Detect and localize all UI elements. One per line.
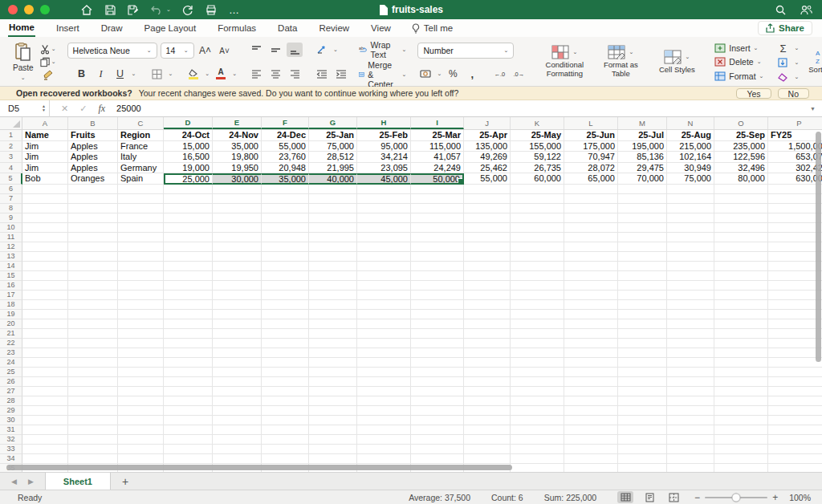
cell-P15[interactable]: [768, 271, 822, 281]
cell-N20[interactable]: [667, 319, 714, 329]
cell-G23[interactable]: [309, 348, 357, 358]
add-sheet-button[interactable]: +: [111, 473, 140, 490]
cell-C30[interactable]: [118, 416, 164, 425]
tab-review[interactable]: Review: [318, 21, 350, 36]
cell-M2[interactable]: 195,000: [618, 141, 667, 152]
row-header-20[interactable]: 20: [0, 319, 22, 329]
cell-H6[interactable]: [357, 185, 411, 194]
cell-O3[interactable]: 122,596: [714, 152, 768, 163]
cell-H8[interactable]: [357, 204, 411, 213]
wrap-text-button[interactable]: ab Wrap Text⌄: [359, 43, 406, 56]
cell-O4[interactable]: 32,496: [714, 163, 768, 174]
cell-M10[interactable]: [618, 223, 667, 233]
cell-K27[interactable]: [511, 387, 564, 396]
cell-F25[interactable]: [262, 368, 309, 377]
cell-J24[interactable]: [464, 358, 511, 368]
column-header-O[interactable]: O: [714, 117, 768, 129]
insert-function-icon[interactable]: fx: [98, 103, 105, 115]
cell-L35[interactable]: [564, 464, 618, 473]
cell-F9[interactable]: [262, 213, 309, 223]
cell-L8[interactable]: [564, 204, 618, 213]
cell-G27[interactable]: [309, 387, 357, 396]
cell-A6[interactable]: [22, 185, 68, 194]
cell-L9[interactable]: [564, 213, 618, 223]
cell-D20[interactable]: [164, 319, 213, 329]
cell-C13[interactable]: [118, 252, 164, 262]
cell-H5[interactable]: 45,000: [357, 173, 411, 185]
cell-N8[interactable]: [667, 204, 714, 213]
row-header-27[interactable]: 27: [0, 387, 22, 396]
cell-I30[interactable]: [411, 416, 464, 425]
cell-J18[interactable]: [464, 300, 511, 310]
column-header-J[interactable]: J: [464, 117, 511, 129]
cell-B3[interactable]: Apples: [68, 152, 118, 163]
cell-F28[interactable]: [262, 396, 309, 406]
cell-N6[interactable]: [667, 185, 714, 194]
cell-L15[interactable]: [564, 271, 618, 281]
cell-I34[interactable]: [411, 454, 464, 464]
cell-D28[interactable]: [164, 396, 213, 406]
cell-L16[interactable]: [564, 281, 618, 291]
cell-K29[interactable]: [511, 406, 564, 416]
cell-L3[interactable]: 70,947: [564, 152, 618, 163]
cell-I20[interactable]: [411, 319, 464, 329]
cell-H30[interactable]: [357, 416, 411, 425]
row-header-31[interactable]: 31: [0, 425, 22, 435]
cell-E7[interactable]: [213, 194, 262, 204]
cell-H21[interactable]: [357, 329, 411, 339]
column-header-D[interactable]: D: [164, 117, 213, 129]
cell-I5[interactable]: 50,000: [411, 173, 464, 185]
cell-F20[interactable]: [262, 319, 309, 329]
cell-B25[interactable]: [68, 368, 118, 377]
row-header-11[interactable]: 11: [0, 233, 22, 242]
tell-me[interactable]: Tell me: [412, 23, 453, 34]
cell-I15[interactable]: [411, 271, 464, 281]
column-header-P[interactable]: P: [768, 117, 822, 129]
cell-N5[interactable]: 75,000: [667, 173, 714, 185]
row-header-1[interactable]: 1: [0, 130, 22, 141]
cell-F27[interactable]: [262, 387, 309, 396]
cell-E9[interactable]: [213, 213, 262, 223]
cell-I28[interactable]: [411, 396, 464, 406]
cell-M9[interactable]: [618, 213, 667, 223]
cell-G28[interactable]: [309, 396, 357, 406]
cell-L30[interactable]: [564, 416, 618, 425]
cell-O11[interactable]: [714, 233, 768, 242]
page-break-view-icon[interactable]: [665, 491, 682, 503]
cell-B2[interactable]: Apples: [68, 141, 118, 152]
clear-dropdown-icon[interactable]: ⌄: [794, 74, 799, 80]
cell-C33[interactable]: [118, 445, 164, 454]
cell-P34[interactable]: [768, 454, 822, 464]
cell-A28[interactable]: [22, 396, 68, 406]
cell-D31[interactable]: [164, 425, 213, 435]
cell-M18[interactable]: [618, 300, 667, 310]
cell-O23[interactable]: [714, 348, 768, 358]
cell-C31[interactable]: [118, 425, 164, 435]
cell-M15[interactable]: [618, 271, 667, 281]
cell-C7[interactable]: [118, 194, 164, 204]
cell-I7[interactable]: [411, 194, 464, 204]
cell-L4[interactable]: 28,072: [564, 163, 618, 174]
home-icon[interactable]: [80, 3, 93, 16]
cell-A34[interactable]: [22, 454, 68, 464]
cell-E4[interactable]: 19,950: [213, 163, 262, 174]
cell-C23[interactable]: [118, 348, 164, 358]
row-header-33[interactable]: 33: [0, 445, 22, 454]
cell-B33[interactable]: [68, 445, 118, 454]
row-header-22[interactable]: 22: [0, 339, 22, 348]
cell-E30[interactable]: [213, 416, 262, 425]
cell-D15[interactable]: [164, 271, 213, 281]
tab-draw[interactable]: Draw: [100, 21, 124, 36]
cell-O25[interactable]: [714, 368, 768, 377]
cell-M34[interactable]: [618, 454, 667, 464]
cell-C16[interactable]: [118, 281, 164, 291]
cell-N4[interactable]: 30,949: [667, 163, 714, 174]
cell-H14[interactable]: [357, 262, 411, 271]
cell-H11[interactable]: [357, 233, 411, 242]
print-icon[interactable]: [205, 3, 218, 16]
cell-N7[interactable]: [667, 194, 714, 204]
cell-A8[interactable]: [22, 204, 68, 213]
column-header-K[interactable]: K: [511, 117, 564, 129]
cell-N19[interactable]: [667, 310, 714, 319]
cell-I33[interactable]: [411, 445, 464, 454]
